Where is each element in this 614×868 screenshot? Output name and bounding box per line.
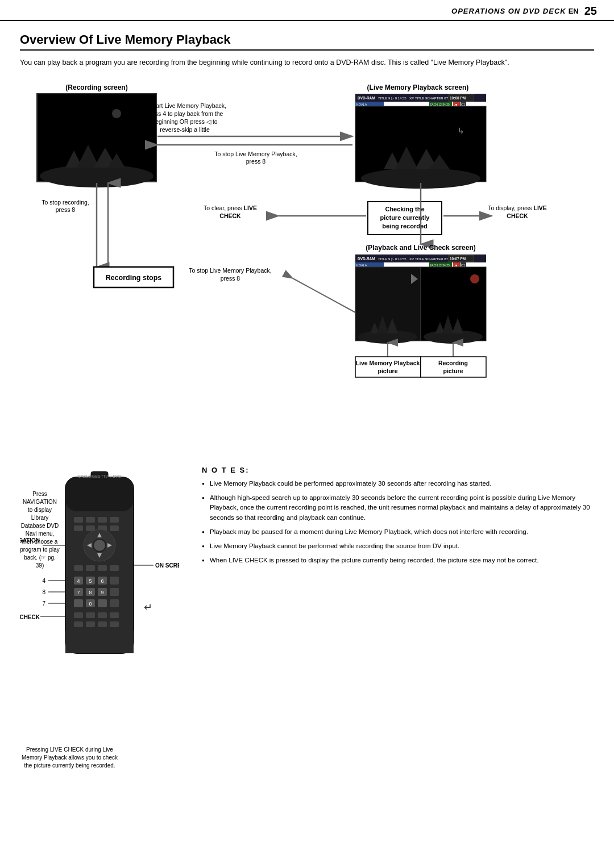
header-title: OPERATIONS ON DVD DECK — [451, 7, 566, 15]
svg-text:CHAPTER 87: CHAPTER 87 — [427, 257, 449, 261]
svg-rect-145 — [110, 599, 119, 607]
svg-rect-124 — [86, 565, 95, 571]
svg-point-7 — [112, 109, 121, 118]
svg-rect-109 — [86, 517, 95, 523]
svg-text:EACH  12:34:25: EACH 12:34:25 — [430, 103, 450, 106]
svg-text:C1: C1 — [461, 103, 465, 106]
svg-text:press 8: press 8 — [56, 206, 76, 213]
svg-text:DVD-RAM: DVD-RAM — [358, 257, 375, 261]
notes-section: N O T E S: Live Memory Playback could be… — [202, 466, 594, 770]
svg-rect-140 — [110, 588, 119, 596]
notes-list: Live Memory Playback could be performed … — [202, 479, 594, 566]
notes-title: N O T E S: — [202, 466, 594, 474]
header: OPERATIONS ON DVD DECK EN 25 — [0, 0, 614, 21]
svg-text:KOALA: KOALA — [356, 103, 367, 106]
svg-text:7: 7 — [77, 590, 80, 595]
diagram-wrapper: (Recording screen) (Live Memory Playback… — [20, 80, 594, 454]
svg-text:DVD-RAM: DVD-RAM — [358, 96, 375, 100]
svg-rect-153 — [110, 621, 119, 627]
svg-text:XP: XP — [409, 97, 414, 100]
header-page: 25 — [584, 5, 597, 18]
svg-rect-105 — [65, 477, 134, 511]
svg-text:picture currently: picture currently — [380, 214, 430, 221]
svg-point-93 — [470, 274, 479, 283]
svg-rect-156 — [65, 642, 134, 653]
svg-text:Checking the: Checking the — [385, 206, 424, 212]
svg-text:10:08 PM: 10:08 PM — [450, 96, 466, 100]
svg-text:TITLE 9: TITLE 9 — [415, 97, 428, 100]
svg-text:10:07 PM: 10:07 PM — [450, 257, 466, 261]
bottom-section: CABLE/GBS *TV ○ DVD — [20, 466, 594, 770]
svg-text:8: 8 — [89, 590, 92, 595]
svg-text:To stop recording,: To stop recording, — [42, 199, 89, 206]
svg-point-122 — [94, 540, 105, 551]
svg-rect-148 — [98, 612, 107, 618]
note-item-2: Although high-speed search up to approxi… — [202, 493, 594, 523]
svg-text:Recording: Recording — [438, 360, 468, 366]
svg-rect-133 — [110, 577, 119, 585]
diagram-svg: (Recording screen) (Live Memory Playback… — [20, 80, 594, 454]
svg-line-103 — [293, 278, 355, 312]
svg-text:▷ 0:14:55: ▷ 0:14:55 — [391, 257, 406, 261]
svg-text:reverse-skip a little: reverse-skip a little — [160, 126, 210, 133]
svg-text:(Recording screen): (Recording screen) — [65, 84, 127, 91]
svg-text:To stop Live Memory Playback,: To stop Live Memory Playback, — [214, 151, 297, 157]
svg-text:TITLE 9: TITLE 9 — [378, 97, 391, 100]
svg-text:CHECK: CHECK — [219, 212, 241, 219]
svg-text:7: 7 — [42, 600, 45, 607]
svg-text:To clear, press LIVE: To clear, press LIVE — [204, 205, 257, 211]
svg-rect-110 — [98, 517, 107, 523]
svg-text:XP: XP — [409, 257, 414, 261]
svg-text:To display, press LIVE: To display, press LIVE — [488, 205, 547, 211]
svg-rect-126 — [110, 565, 119, 571]
svg-text:CABLE/GBS *TV ○ DVD: CABLE/GBS *TV ○ DVD — [78, 474, 121, 478]
live-check-desc: Pressing LIVE CHECK during Live Memory P… — [20, 746, 119, 770]
svg-text:To start Live Memory Playback,: To start Live Memory Playback, — [143, 102, 226, 109]
header-en: EN — [569, 7, 579, 15]
svg-text:Live Memory Playback: Live Memory Playback — [356, 360, 420, 366]
svg-text:EACH  12:34:25: EACH 12:34:25 — [430, 264, 450, 267]
svg-text:6: 6 — [101, 578, 103, 584]
svg-text:4: 4 — [77, 578, 80, 584]
svg-text:CHECK: CHECK — [507, 212, 528, 219]
svg-text:beginning OR press ◁ to: beginning OR press ◁ to — [152, 118, 218, 125]
svg-text:(Playback and Live Check scree: (Playback and Live Check screen) — [366, 244, 475, 252]
svg-text:KOALA: KOALA — [356, 264, 367, 267]
svg-rect-123 — [74, 565, 83, 571]
svg-text:(Live Memory Playback screen): (Live Memory Playback screen) — [367, 84, 469, 91]
svg-text:↵: ↵ — [144, 602, 152, 613]
main-content: Overview Of Live Memory Playback You can… — [0, 21, 614, 787]
svg-text:LIVE CHECK: LIVE CHECK — [20, 614, 40, 620]
svg-rect-144 — [98, 599, 107, 607]
svg-text:TITLE 9: TITLE 9 — [378, 257, 391, 261]
svg-rect-141 — [74, 599, 83, 607]
svg-text:press 4  to play back from the: press 4 to play back from the — [147, 110, 223, 117]
svg-text:L■: L■ — [454, 103, 457, 106]
page-container: OPERATIONS ON DVD DECK EN 25 Overview Of… — [0, 0, 614, 868]
svg-text:9: 9 — [101, 590, 103, 595]
svg-text:ON SCREEN: ON SCREEN — [155, 562, 179, 569]
svg-text:TITLE 9: TITLE 9 — [415, 257, 428, 261]
navigation-desc: Press NAVIGATION to display Library Data… — [20, 490, 60, 570]
note-item-3: Playback may be paused for a moment duri… — [202, 527, 594, 537]
intro-text: You can play back a program you are reco… — [20, 57, 594, 68]
section-title: Overview Of Live Memory Playback — [20, 32, 594, 51]
svg-text:L■: L■ — [454, 264, 457, 267]
svg-rect-150 — [74, 621, 83, 627]
note-item-1: Live Memory Playback could be performed … — [202, 479, 594, 489]
svg-rect-112 — [74, 525, 83, 531]
svg-text:5: 5 — [89, 578, 92, 584]
svg-text:↳: ↳ — [458, 126, 464, 135]
svg-rect-115 — [110, 525, 119, 531]
svg-rect-151 — [86, 621, 95, 627]
svg-rect-152 — [98, 621, 107, 627]
svg-text:picture: picture — [377, 368, 397, 374]
svg-rect-147 — [86, 612, 95, 618]
svg-text:4: 4 — [42, 578, 45, 584]
remote-section: CABLE/GBS *TV ○ DVD — [20, 466, 190, 770]
note-item-5: When LIVE CHECK is pressed to display th… — [202, 556, 594, 565]
svg-rect-125 — [98, 565, 107, 571]
svg-text:▷ 0:14:55: ▷ 0:14:55 — [391, 97, 406, 100]
svg-text:Recording stops: Recording stops — [106, 274, 162, 282]
svg-rect-149 — [110, 612, 119, 618]
